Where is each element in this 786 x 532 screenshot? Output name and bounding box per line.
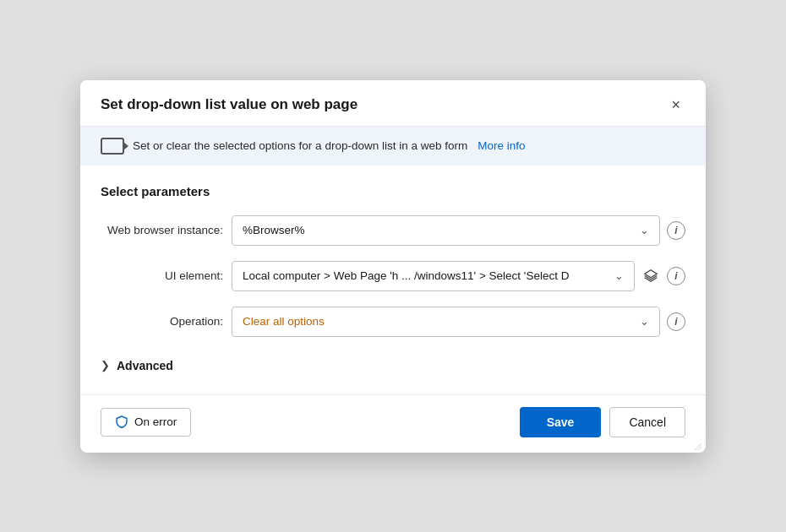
banner-description: Set or clear the selected options for a … [133,139,467,152]
browser-dropdown-value: %Browser% [243,224,305,236]
ui-element-control-wrap: Local computer > Web Page 'h ... /window… [232,261,685,291]
browser-label: Web browser instance: [101,224,223,236]
advanced-chevron-icon: ❯ [101,359,110,372]
browser-info-icon[interactable]: i [667,221,685,240]
ui-element-row: UI element: Local computer > Web Page 'h… [101,261,685,291]
dialog-footer: On error Save Cancel [80,394,706,453]
operation-dropdown[interactable]: Clear all options ⌄ [232,307,660,337]
advanced-row[interactable]: ❯ Advanced [101,352,685,379]
layers-icon[interactable] [641,267,660,285]
dialog: Set drop-down list value on web page × S… [80,80,706,453]
dialog-body: Select parameters Web browser instance: … [80,166,706,388]
close-button[interactable]: × [666,95,685,114]
ui-element-label: UI element: [101,269,223,282]
ui-element-dropdown-value: Local computer > Web Page 'h ... /window… [243,269,569,282]
section-title: Select parameters [101,184,685,198]
footer-right: Save Cancel [520,407,685,437]
operation-control-wrap: Clear all options ⌄ i [232,307,685,337]
svg-line-1 [698,447,701,450]
on-error-label: On error [134,415,177,428]
on-error-button[interactable]: On error [101,408,191,437]
ui-element-dropdown-arrow: ⌄ [614,269,624,282]
dialog-title: Set drop-down list value on web page [101,96,358,113]
operation-row: Operation: Clear all options ⌄ i [101,307,685,337]
info-banner: Set or clear the selected options for a … [80,127,706,166]
save-button[interactable]: Save [520,407,602,437]
browser-dropdown[interactable]: %Browser% ⌄ [232,215,660,246]
resize-handle[interactable] [691,440,701,450]
operation-info-icon[interactable]: i [667,312,685,331]
operation-dropdown-arrow: ⌄ [640,315,649,328]
dropdown-icon [101,138,124,155]
browser-dropdown-arrow: ⌄ [640,224,649,236]
ui-element-dropdown[interactable]: Local computer > Web Page 'h ... /window… [232,261,635,291]
more-info-link[interactable]: More info [478,139,525,152]
advanced-label: Advanced [117,359,173,372]
operation-dropdown-value: Clear all options [243,315,325,328]
shield-icon [115,415,128,429]
browser-row: Web browser instance: %Browser% ⌄ i [101,215,685,246]
operation-label: Operation: [101,315,223,328]
svg-line-0 [695,443,701,450]
dialog-header: Set drop-down list value on web page × [80,80,706,127]
cancel-button[interactable]: Cancel [609,407,685,437]
ui-element-info-icon[interactable]: i [667,267,685,285]
browser-control-wrap: %Browser% ⌄ i [232,215,685,246]
